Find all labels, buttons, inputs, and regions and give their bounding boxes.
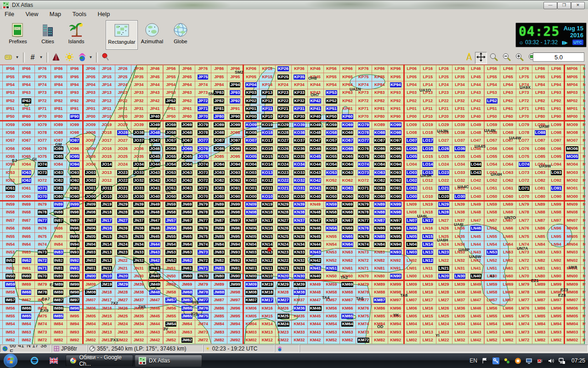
grid-cell-JN33[interactable]: JN33 [131,248,147,256]
grid-cell-LN59[interactable]: LN59 [484,201,500,208]
grid-cell-JO99[interactable]: JO99 [227,121,243,128]
grid-cell-KO87[interactable]: KO87 [372,137,388,144]
grid-cell-LO73[interactable]: LO73 [516,169,532,177]
grid-cell-LO25[interactable]: LO25 [436,153,452,161]
grid-cell-IO73[interactable]: IO73 [34,169,51,177]
grid-cell-JP92[interactable]: JP92 [227,97,243,104]
grid-cell-JO14[interactable]: JO14 [99,161,115,168]
grid-cell-KO79[interactable]: KO79 [356,121,372,128]
grid-cell-KP15[interactable]: KP15 [259,73,275,80]
grid-cell-JO48[interactable]: JO48 [147,129,163,137]
grid-cell-JN00[interactable]: JN00 [83,272,99,280]
grid-cell-IO97[interactable]: IO97 [67,137,83,144]
grid-cell-KM27[interactable]: KM27 [275,296,291,304]
grid-cell-LO91[interactable]: LO91 [548,184,564,192]
grid-cell-IM55[interactable]: IM55 [2,312,18,320]
grid-cell-JP04[interactable]: JP04 [83,81,99,89]
safely-remove-icon[interactable] [537,357,543,364]
grid-cell-KP23[interactable]: KP23 [275,89,291,97]
grid-cell-JN38[interactable]: JN38 [131,208,147,216]
grid-cell-KO78[interactable]: KO78 [356,129,372,137]
grid-cell-KP92[interactable]: KP92 [388,97,404,104]
grid-cell-LP92[interactable]: LP92 [548,97,564,104]
grid-cell-JN30[interactable]: JN30 [131,272,147,280]
grid-cell-LO93[interactable]: LO93 [548,169,564,177]
grid-cell-KP96[interactable]: KP96 [388,65,404,73]
grid-cell-JM13[interactable]: JM13 [99,328,115,336]
grid-cell-IM75[interactable]: IM75 [34,312,51,320]
grid-cell-IN98[interactable]: IN98 [67,208,83,216]
grid-cell-KO16[interactable]: KO16 [259,145,275,153]
grid-cell-LP45[interactable]: LP45 [468,73,484,80]
grid-cell-JN23[interactable]: JN23 [115,248,131,256]
zoom-in-button[interactable] [514,52,526,64]
grid-cell-LP00[interactable]: LP00 [404,113,420,121]
grid-cell-LM86[interactable]: LM86 [532,305,548,312]
grid-cell-LN35[interactable]: LN35 [452,232,468,240]
grid-cell-KP82[interactable]: KP82 [372,97,388,104]
grid-cell-KN16[interactable]: KN16 [259,224,275,232]
grid-cell-JM09[interactable]: JM09 [83,280,99,288]
grid-cell-LM87[interactable]: LM87 [532,296,548,304]
grid-cell-KO29[interactable]: KO29 [275,121,291,128]
grid-cell-KO53[interactable]: KO53 [323,169,339,177]
start-button[interactable] [4,354,17,368]
grid-cell-LM72[interactable]: LM72 [516,336,532,344]
grid-cell-JO49[interactable]: JO49 [147,121,163,128]
grid-cell-LO39[interactable]: LO39 [452,121,468,128]
grid-cell-IP81[interactable]: IP81 [51,105,67,113]
grid-cell-LO42[interactable]: LO42 [468,177,484,184]
grid-cell-KO41[interactable]: KO41 [307,184,323,192]
grid-cell-JO45[interactable]: JO45 [147,153,163,161]
grid-cell-JN96[interactable]: JN96 [227,224,243,232]
grid-cell-IO75[interactable]: IO75 [34,153,51,161]
grid-cell-IM95[interactable]: IM95 [67,312,83,320]
grid-cell-JO46[interactable]: JO46 [147,145,163,153]
grid-cell-JM78[interactable]: JM78 [195,288,211,296]
grid-cell-IO61[interactable]: IO61 [18,184,34,192]
grid-cell-JM64[interactable]: JM64 [179,320,195,328]
grid-cell-KM49[interactable]: KM49 [307,280,323,288]
grid-cell-JP61[interactable]: JP61 [179,105,195,113]
grid-cell-JO31[interactable]: JO31 [131,184,147,192]
grid-cell-JM06[interactable]: JM06 [83,305,99,312]
grid-cell-JN58[interactable]: JN58 [163,208,179,216]
grid-cell-LM24[interactable]: LM24 [436,320,452,328]
grid-cell-LO97[interactable]: LO97 [548,137,564,144]
grid-cell-JN04[interactable]: JN04 [83,241,99,248]
grid-cell-KM94[interactable]: KM94 [388,320,404,328]
grid-cell-LM02[interactable]: LM02 [404,336,420,344]
grid-cell-MM16[interactable]: MM16 [580,305,585,312]
grid-cell-JO00[interactable]: JO00 [83,193,99,201]
grid-cell-JM08[interactable]: JM08 [83,288,99,296]
grid-cell-IO64[interactable]: IO64 [18,161,34,168]
grid-cell-IN59[interactable]: IN59 [2,201,18,208]
grid-cell-MO13[interactable]: MO13 [580,169,585,177]
grid-cell-JO86[interactable]: JO86 [211,145,227,153]
grid-cell-KM55[interactable]: KM55 [323,312,339,320]
grid-cell-LP80[interactable]: LP80 [532,113,548,121]
grid-cell-KM87[interactable]: KM87 [372,296,388,304]
grid-cell-MM06[interactable]: MM06 [564,305,580,312]
grid-cell-LO60[interactable]: LO60 [500,193,516,201]
grid-cell-IO81[interactable]: IO81 [51,184,67,192]
grid-cell-KO22[interactable]: KO22 [275,177,291,184]
grid-cell-JN05[interactable]: JN05 [83,232,99,240]
grid-cell-LM69[interactable]: LM69 [500,280,516,288]
grid-cell-LN14[interactable]: LN14 [420,241,436,248]
grid-cell-LN38[interactable]: LN38 [452,208,468,216]
grid-cell-LP95[interactable]: LP95 [548,73,564,80]
grid-cell-LO26[interactable]: LO26 [436,145,452,153]
grid-cell-JO16[interactable]: JO16 [99,145,115,153]
grid-cell-JO79[interactable]: JO79 [195,121,211,128]
grid-cell-JN19[interactable]: JN19 [99,201,115,208]
grid-cell-MN04[interactable]: MN04 [564,241,580,248]
grid-cell-MP03[interactable]: MP03 [564,89,580,97]
grid-cell-IM73[interactable]: IM73 [34,328,51,336]
grid-cell-LO87[interactable]: LO87 [532,137,548,144]
grid-cell-KN74[interactable]: KN74 [356,241,372,248]
grid-cell-JO44[interactable]: JO44 [147,161,163,168]
grid-cell-MO07[interactable]: MO07 [564,137,580,144]
grid-cell-KP01[interactable]: KP01 [243,105,259,113]
grid-cell-JM07[interactable]: JM07 [83,296,99,304]
